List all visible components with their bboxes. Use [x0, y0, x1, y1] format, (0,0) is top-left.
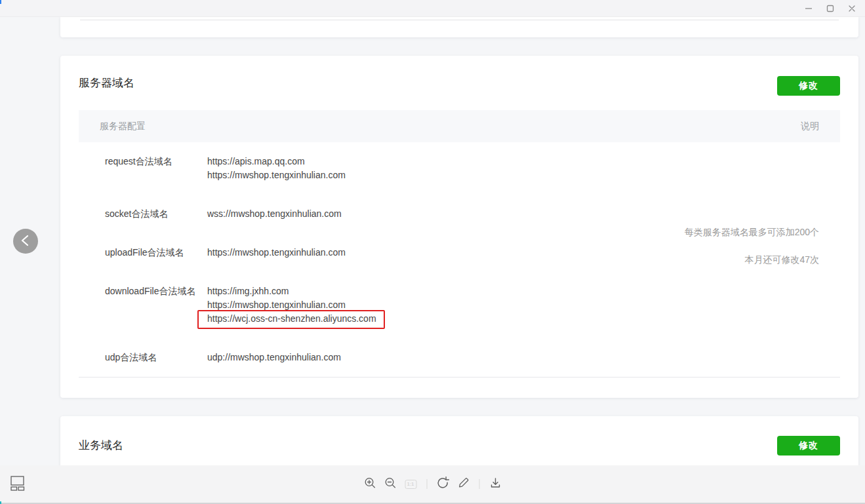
window-edge-accent-top: [0, 0, 1, 4]
domain-type-label: udp合法域名: [105, 351, 207, 364]
zoom-reset-button[interactable]: 1:1: [403, 477, 418, 492]
device-layout-icon: [10, 483, 25, 493]
table-row: request合法域名https://apis.map.qq.comhttps:…: [60, 142, 858, 195]
domain-values: https://img.jxhh.comhttps://mwshop.tengx…: [207, 284, 376, 326]
toolbar-divider: [479, 479, 479, 489]
download-icon: [489, 476, 502, 492]
minimize-icon: [805, 5, 813, 12]
domain-values: https://apis.map.qq.comhttps://mwshop.te…: [207, 155, 346, 182]
maximize-button[interactable]: [819, 0, 841, 17]
domain-table-header: 服务器配置 说明: [79, 110, 840, 142]
close-button[interactable]: [841, 0, 862, 17]
domain-value: https://wcj.oss-cn-shenzhen.aliyuncs.com: [207, 312, 376, 326]
modify-server-domain-button[interactable]: 修改: [777, 76, 840, 96]
back-button[interactable]: [13, 229, 38, 254]
description-column-header: 说明: [801, 121, 819, 132]
domain-value: wss://mwshop.tengxinhulian.com: [207, 207, 342, 221]
toolbar-divider: [426, 479, 427, 489]
device-layout-button[interactable]: [9, 474, 26, 494]
domain-values: wss://mwshop.tengxinhulian.com: [207, 207, 342, 221]
business-domain-title: 业务域名: [79, 438, 123, 453]
business-domain-card-header: 业务域名 修改: [60, 416, 858, 465]
previous-section-card: [60, 17, 858, 37]
domain-values: https://mwshop.tengxinhulian.com: [207, 246, 346, 260]
domain-value: https://apis.map.qq.com: [207, 155, 346, 168]
domain-table-body: request合法域名https://apis.map.qq.comhttps:…: [60, 142, 858, 377]
zoom-out-button[interactable]: [383, 477, 397, 492]
chevron-left-icon: [13, 228, 38, 255]
domain-values: udp://mwshop.tengxinhulian.com: [207, 351, 341, 364]
zoom-out-icon: [384, 476, 397, 492]
server-domain-card: 服务器域名 修改 服务器配置 说明 request合法域名https://api…: [60, 56, 858, 398]
divider: [79, 377, 840, 378]
domain-value: https://mwshop.tengxinhulian.com: [207, 246, 346, 260]
page-title: 服务器域名: [79, 75, 134, 90]
modify-business-domain-button[interactable]: 修改: [777, 436, 840, 456]
server-domain-card-header: 服务器域名 修改: [60, 56, 858, 110]
refresh-icon: [435, 476, 450, 492]
highlight-annotation-box: [197, 310, 385, 329]
window-edge-accent-bottom: [0, 501, 1, 504]
bottom-toolbar: 1:1: [0, 465, 865, 504]
divider: [80, 20, 839, 20]
domain-type-label: socket合法域名: [105, 207, 207, 221]
table-notes: 每类服务器域名最多可添加200个本月还可修改47次: [685, 225, 819, 266]
download-button[interactable]: [488, 477, 502, 492]
zoom-in-icon: [363, 476, 376, 492]
domain-value: https://mwshop.tengxinhulian.com: [207, 298, 376, 312]
note-text: 每类服务器域名最多可添加200个: [685, 225, 819, 239]
maximize-icon: [826, 5, 834, 12]
table-row: udp合法域名udp://mwshop.tengxinhulian.com: [60, 338, 858, 377]
note-text: 本月还可修改47次: [685, 253, 819, 266]
domain-value: udp://mwshop.tengxinhulian.com: [207, 351, 341, 364]
pencil-icon: [456, 476, 470, 492]
config-column-header: 服务器配置: [100, 121, 146, 132]
table-row: downloadFile合法域名https://img.jxhh.comhttp…: [60, 272, 858, 338]
domain-value: https://img.jxhh.com: [207, 284, 376, 298]
domain-value: https://mwshop.tengxinhulian.com: [207, 168, 346, 182]
edit-button[interactable]: [456, 477, 470, 492]
window-titlebar: [0, 0, 865, 17]
window-controls: [797, 0, 862, 17]
domain-type-label: request合法域名: [105, 155, 207, 182]
refresh-button[interactable]: [435, 477, 450, 492]
domain-type-label: downloadFile合法域名: [105, 284, 207, 326]
zoom-reset-icon: 1:1: [405, 480, 416, 489]
toolbar-tools: 1:1: [363, 477, 502, 492]
close-icon: [848, 5, 856, 12]
minimize-button[interactable]: [797, 0, 819, 17]
zoom-in-button[interactable]: [363, 477, 377, 492]
domain-type-label: uploadFile合法域名: [105, 246, 207, 260]
